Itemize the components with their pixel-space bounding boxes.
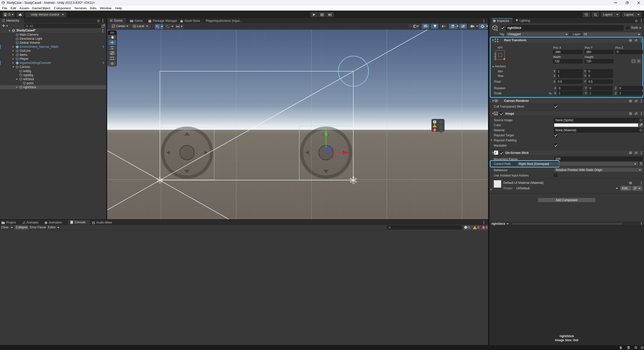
- svg-text:?: ?: [630, 182, 631, 184]
- svg-text:Y: Y: [157, 26, 159, 28]
- svg-text:?: ?: [630, 39, 631, 41]
- svg-text:?: ?: [630, 100, 631, 102]
- svg-text:?: ?: [630, 151, 631, 154]
- svg-text:?: ?: [630, 112, 631, 115]
